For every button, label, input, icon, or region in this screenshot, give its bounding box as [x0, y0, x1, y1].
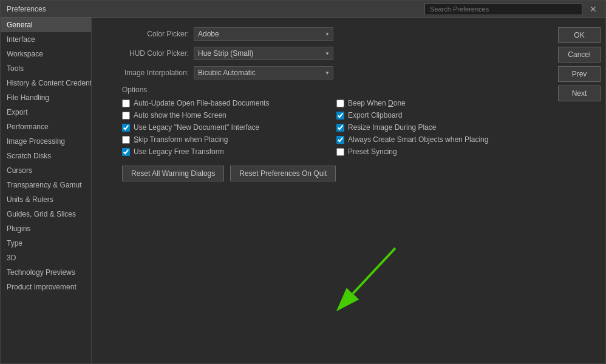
right-buttons: OK Cancel Prev Next	[551, 18, 605, 363]
sidebar-item-scratch-disks[interactable]: Scratch Disks	[1, 149, 91, 163]
search-input[interactable]	[424, 3, 582, 15]
sidebar-item-transparency-gamut[interactable]: Transparency & Gamut	[1, 178, 91, 192]
color-picker-label: Color Picker:	[104, 30, 189, 38]
sidebar-item-units-rulers[interactable]: Units & Rulers	[1, 192, 91, 207]
sidebar-item-type[interactable]: Type	[1, 236, 91, 251]
sidebar-item-tools[interactable]: Tools	[1, 61, 91, 76]
checkbox-always-smart-label[interactable]: Always Create Smart Objects when Placing	[348, 135, 488, 144]
checkbox-skip-transform-input[interactable]	[122, 136, 130, 144]
svg-line-1	[353, 248, 395, 294]
checkbox-home-screen: Auto show the Home Screen	[122, 111, 324, 120]
color-picker-select[interactable]: Adobe Windows macOS	[194, 27, 333, 41]
prev-button[interactable]: Prev	[558, 66, 601, 82]
checkbox-preset-syncing-label[interactable]: Preset Syncing	[348, 147, 397, 156]
color-picker-row: Color Picker: Adobe Windows macOS	[104, 27, 539, 41]
preferences-dialog: Preferences ✕ GeneralInterfaceWorkspaceT…	[0, 0, 606, 364]
checkbox-legacy-transform-label[interactable]: Use Legacy Free Transform	[134, 147, 224, 156]
sidebar-item-technology-previews[interactable]: Technology Previews	[1, 265, 91, 280]
checkbox-home-screen-input[interactable]	[122, 112, 130, 120]
sidebar-item-history-content-credentials[interactable]: History & Content Credentials	[1, 76, 91, 90]
checkbox-skip-transform-label[interactable]: Skip Transform when Placing	[134, 135, 228, 144]
checkbox-export-clipboard: Export Clipboard	[336, 111, 539, 120]
main-panel: Color Picker: Adobe Windows macOS HUD Co…	[92, 18, 551, 363]
checkbox-always-smart: Always Create Smart Objects when Placing	[336, 135, 539, 144]
sidebar-item-product-improvement[interactable]: Product Improvement	[1, 280, 91, 294]
checkbox-export-clipboard-label[interactable]: Export Clipboard	[348, 111, 402, 120]
image-interpolation-row: Image Interpolation: Bicubic Automatic N…	[104, 66, 539, 79]
hud-color-picker-label: HUD Color Picker:	[104, 49, 189, 58]
checkbox-auto-update-label[interactable]: Auto-Update Open File-based Documents	[134, 99, 269, 107]
checkbox-auto-update: Auto-Update Open File-based Documents	[122, 99, 324, 107]
checkbox-resize-image-input[interactable]	[336, 124, 344, 132]
checkbox-always-smart-input[interactable]	[336, 136, 344, 144]
checkbox-skip-transform: Skip Transform when Placing	[122, 135, 324, 144]
close-button[interactable]: ✕	[587, 3, 599, 15]
reset-prefs-button[interactable]: Reset Preferences On Quit	[230, 166, 336, 181]
cancel-button[interactable]: Cancel	[558, 47, 601, 62]
sidebar-item-guides-grid-slices[interactable]: Guides, Grid & Slices	[1, 207, 91, 221]
title-bar: Preferences ✕	[1, 1, 605, 18]
checkbox-legacy-transform-input[interactable]	[122, 148, 130, 156]
next-button[interactable]: Next	[558, 86, 601, 101]
image-interpolation-label: Image Interpolation:	[104, 69, 189, 77]
sidebar-item-cursors[interactable]: Cursors	[1, 163, 91, 178]
sidebar-item-interface[interactable]: Interface	[1, 32, 91, 47]
checkbox-legacy-new-doc: Use Legacy "New Document" Interface	[122, 123, 324, 132]
checkbox-beep-label[interactable]: Beep When Done	[348, 99, 406, 107]
dialog-content: GeneralInterfaceWorkspaceToolsHistory & …	[1, 18, 605, 363]
checkbox-home-screen-label[interactable]: Auto show the Home Screen	[134, 111, 226, 120]
ok-button[interactable]: OK	[558, 27, 601, 43]
checkbox-legacy-new-doc-input[interactable]	[122, 124, 130, 132]
options-title: Options	[122, 86, 539, 94]
sidebar-item-3d[interactable]: 3D	[1, 251, 91, 265]
dialog-title: Preferences	[7, 5, 46, 13]
sidebar-item-export[interactable]: Export	[1, 105, 91, 120]
sidebar-item-plugins[interactable]: Plugins	[1, 221, 91, 236]
sidebar-item-performance[interactable]: Performance	[1, 120, 91, 134]
checkbox-resize-image-label[interactable]: Resize Image During Place	[348, 123, 436, 132]
checkbox-resize-image: Resize Image During Place	[336, 123, 539, 132]
checkbox-legacy-transform: Use Legacy Free Transform	[122, 147, 324, 156]
image-interpolation-select[interactable]: Bicubic Automatic Nearest Neighbor Bilin…	[194, 66, 333, 79]
hud-color-picker-select[interactable]: Hue Strip (Small) Hue Strip (Medium) Hue…	[194, 47, 333, 60]
checkbox-auto-update-input[interactable]	[122, 99, 130, 107]
reset-warnings-button[interactable]: Reset All Warning Dialogs	[122, 166, 224, 181]
checkbox-preset-syncing-input[interactable]	[336, 148, 344, 156]
arrow-annotation	[316, 242, 414, 315]
hud-color-picker-row: HUD Color Picker: Hue Strip (Small) Hue …	[104, 47, 539, 60]
button-row: Reset All Warning Dialogs Reset Preferen…	[122, 166, 539, 181]
checkbox-legacy-new-doc-label[interactable]: Use Legacy "New Document" Interface	[134, 123, 259, 132]
options-section: Options Auto-Update Open File-based Docu…	[104, 86, 539, 156]
sidebar-item-general[interactable]: General	[1, 18, 91, 32]
checkbox-beep-input[interactable]	[336, 99, 344, 107]
options-grid: Auto-Update Open File-based Documents Be…	[122, 99, 539, 156]
checkbox-preset-syncing: Preset Syncing	[336, 147, 539, 156]
sidebar: GeneralInterfaceWorkspaceToolsHistory & …	[1, 18, 92, 363]
checkbox-export-clipboard-input[interactable]	[336, 112, 344, 120]
sidebar-item-image-processing[interactable]: Image Processing	[1, 134, 91, 149]
checkbox-beep: Beep When Done	[336, 99, 539, 107]
sidebar-item-file-handling[interactable]: File Handling	[1, 90, 91, 105]
sidebar-item-workspace[interactable]: Workspace	[1, 47, 91, 61]
